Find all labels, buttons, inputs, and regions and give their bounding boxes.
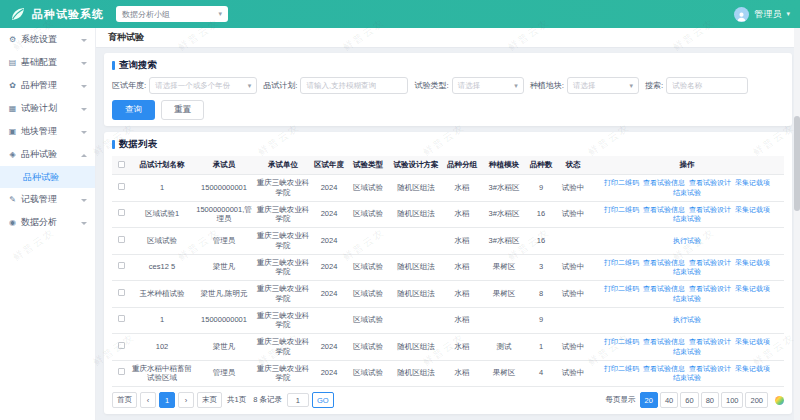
- collect-record-items-link[interactable]: 采集记载项: [735, 258, 770, 267]
- view-trial-design-link[interactable]: 查看试验设计: [689, 178, 731, 187]
- print-qrcode-link[interactable]: 打印二维码: [604, 284, 639, 293]
- sidebar-item-system-settings[interactable]: ⚙系统设置: [0, 28, 95, 51]
- row-checkbox[interactable]: [118, 209, 125, 216]
- section-bar-icon: [112, 140, 115, 149]
- collect-record-items-link[interactable]: 采集记载项: [735, 364, 770, 373]
- print-qrcode-link[interactable]: 打印二维码: [604, 205, 639, 214]
- page-size-60[interactable]: 60: [680, 392, 698, 408]
- checkbox-cell: [112, 281, 130, 308]
- block-select-label: 种植地块:: [530, 80, 564, 91]
- row-checkbox[interactable]: [118, 236, 125, 243]
- list-section-title: 数据列表: [112, 138, 784, 151]
- end-trial-link[interactable]: 结束试验: [673, 373, 701, 382]
- last-page-button[interactable]: 末页: [197, 392, 222, 408]
- column-header: 承试单位: [254, 156, 312, 175]
- group-select[interactable]: 数据分析小组 ▾: [116, 6, 228, 22]
- row-checkbox[interactable]: [118, 315, 125, 322]
- sidebar: ⚙系统设置▤基础配置✿品种管理▦试验计划▣地块管理◈品种试验品种试验✎记载管理◉…: [0, 28, 96, 420]
- block-select[interactable]: 请选择▾: [567, 77, 639, 94]
- view-trial-info-link[interactable]: 查看试验信息: [643, 178, 685, 187]
- view-trial-info-link[interactable]: 查看试验信息: [643, 337, 685, 346]
- sidebar-item-record-mgmt[interactable]: ✎记载管理: [0, 188, 95, 211]
- view-trial-design-link[interactable]: 查看试验设计: [689, 258, 731, 267]
- plan-input[interactable]: 请输入,支持模糊查询: [300, 77, 408, 94]
- first-page-button[interactable]: 首页: [112, 392, 137, 408]
- page-size-20[interactable]: 20: [640, 392, 658, 408]
- end-trial-link[interactable]: 结束试验: [673, 214, 701, 223]
- search-button[interactable]: 查询: [112, 100, 155, 120]
- end-trial-link[interactable]: 结束试验: [673, 188, 701, 197]
- row-checkbox[interactable]: [118, 262, 125, 269]
- design-cell: 随机区组法: [390, 360, 442, 387]
- layers-icon: ▤: [8, 58, 17, 67]
- year-select-label: 区试年度:: [112, 80, 146, 91]
- sidebar-item-data-analysis[interactable]: ◉数据分析: [0, 211, 95, 234]
- print-qrcode-link[interactable]: 打印二维码: [604, 178, 639, 187]
- collect-record-items-link[interactable]: 采集记载项: [735, 337, 770, 346]
- page-size-200[interactable]: 200: [745, 392, 768, 408]
- print-qrcode-link[interactable]: 打印二维码: [604, 258, 639, 267]
- year-cell: 2024: [312, 334, 346, 361]
- sidebar-subitem-variety-trial[interactable]: 品种试验: [0, 166, 95, 188]
- tab-breeding-trial[interactable]: 育种试验: [108, 31, 144, 44]
- page-size-40[interactable]: 40: [660, 392, 678, 408]
- execute-trial-link[interactable]: 执行试验: [673, 315, 701, 324]
- print-qrcode-link[interactable]: 打印二维码: [604, 337, 639, 346]
- end-trial-link[interactable]: 结束试验: [673, 347, 701, 356]
- prev-page-button[interactable]: ‹: [140, 392, 156, 408]
- collect-record-items-link[interactable]: 采集记载项: [735, 178, 770, 187]
- count-cell: 16: [526, 201, 556, 228]
- view-trial-info-link[interactable]: 查看试验信息: [643, 364, 685, 373]
- page-size-80[interactable]: 80: [701, 392, 719, 408]
- sidebar-item-label: 记载管理: [21, 193, 81, 206]
- select-all-checkbox[interactable]: [118, 161, 125, 168]
- row-checkbox[interactable]: [118, 342, 125, 349]
- count-cell: 1: [526, 334, 556, 361]
- tester-cell: 15000000001: [194, 175, 254, 202]
- type-select[interactable]: 请选择▾: [452, 77, 524, 94]
- page-scrollbar[interactable]: [794, 28, 800, 420]
- ops-cell: 打印二维码查看试验信息查看试验设计采集记载项结束试验: [590, 360, 784, 387]
- sidebar-item-variety-trial[interactable]: ◈品种试验: [0, 143, 95, 166]
- sidebar-item-variety-mgmt[interactable]: ✿品种管理: [0, 74, 95, 97]
- execute-trial-link[interactable]: 执行试验: [673, 236, 701, 245]
- reset-button[interactable]: 重置: [161, 100, 204, 120]
- sidebar-item-base-config[interactable]: ▤基础配置: [0, 51, 95, 74]
- scrollbar-thumb[interactable]: [794, 116, 800, 211]
- checkbox-cell: [112, 228, 130, 255]
- status-cell: 试验中: [556, 360, 590, 387]
- view-trial-design-link[interactable]: 查看试验设计: [689, 364, 731, 373]
- go-button[interactable]: GO: [312, 392, 334, 408]
- plan-name-cell: 区域试验: [130, 228, 194, 255]
- table-row: ces12 5梁世凡重庆三峡农业科学院2024区域试验随机区组法水稻果树区3试验…: [112, 254, 784, 281]
- next-page-button[interactable]: ›: [178, 392, 194, 408]
- view-trial-info-link[interactable]: 查看试验信息: [643, 258, 685, 267]
- column-header: 种植模块: [482, 156, 526, 175]
- print-qrcode-link[interactable]: 打印二维码: [604, 364, 639, 373]
- keyword-input[interactable]: 试验名称: [666, 77, 748, 94]
- row-checkbox[interactable]: [118, 289, 125, 296]
- view-trial-design-link[interactable]: 查看试验设计: [689, 337, 731, 346]
- view-trial-design-link[interactable]: 查看试验设计: [689, 205, 731, 214]
- user-chevron-down-icon[interactable]: ▾: [786, 10, 790, 18]
- row-checkbox[interactable]: [118, 368, 125, 375]
- row-checkbox[interactable]: [118, 183, 125, 190]
- avatar[interactable]: [734, 7, 749, 22]
- end-trial-link[interactable]: 结束试验: [673, 267, 701, 276]
- assistant-ball-icon[interactable]: [775, 396, 784, 405]
- sidebar-item-plot-mgmt[interactable]: ▣地块管理: [0, 120, 95, 143]
- view-trial-info-link[interactable]: 查看试验信息: [643, 205, 685, 214]
- end-trial-link[interactable]: 结束试验: [673, 294, 701, 303]
- plan-input-label: 品试计划:: [263, 80, 297, 91]
- page-jump-input[interactable]: [287, 393, 309, 407]
- tester-cell: 梁世凡: [194, 254, 254, 281]
- page-1-button[interactable]: 1: [159, 392, 175, 408]
- year-select[interactable]: 请选择一个或多个年份▾: [149, 77, 257, 94]
- page-size-100[interactable]: 100: [721, 392, 744, 408]
- collect-record-items-link[interactable]: 采集记载项: [735, 284, 770, 293]
- view-trial-design-link[interactable]: 查看试验设计: [689, 284, 731, 293]
- group-cell: 水稻: [442, 254, 482, 281]
- sidebar-item-trial-plan[interactable]: ▦试验计划: [0, 97, 95, 120]
- collect-record-items-link[interactable]: 采集记载项: [735, 205, 770, 214]
- view-trial-info-link[interactable]: 查看试验信息: [643, 284, 685, 293]
